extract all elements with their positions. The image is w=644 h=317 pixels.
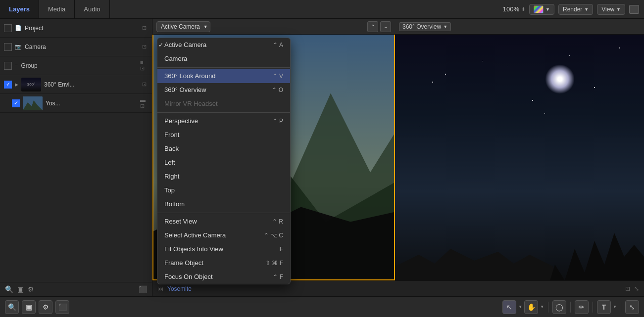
menu-item-camera-label: Camera — [164, 55, 187, 62]
layer-check-env360[interactable]: ✓ — [4, 81, 12, 89]
tab-layers-label: Layers — [9, 5, 30, 13]
sidebar-item-project[interactable]: 📄 Project ⊡ — [0, 19, 152, 38]
env360-thumbnail: 360° — [21, 78, 41, 91]
menu-item-mirror-vr-label: Mirror VR Headset — [164, 100, 218, 107]
color-swatch-icon — [534, 5, 544, 13]
text-tool-icon: T — [602, 303, 606, 311]
layers-icon: ▣ — [26, 303, 32, 311]
zoom-value: 100% — [503, 5, 519, 13]
menu-item-active-camera[interactable]: ✓ Active Camera ⌃ A — [157, 38, 290, 52]
layer-check-group[interactable] — [4, 62, 12, 70]
layer-check-camera[interactable] — [4, 43, 12, 51]
menu-item-reset-view[interactable]: Reset View ⌃ R — [157, 215, 290, 228]
tab-media-label: Media — [48, 5, 65, 13]
menu-item-top[interactable]: Top — [157, 183, 290, 197]
text-tool-button[interactable]: T — [597, 300, 611, 314]
layer-check-project[interactable] — [4, 24, 12, 32]
menu-shortcut-360-overview: ⌃ O — [272, 87, 283, 93]
view-button[interactable]: View ▼ — [597, 4, 625, 15]
tab-layers[interactable]: Layers — [0, 0, 39, 18]
menu-item-perspective[interactable]: Perspective ⌃ P — [157, 114, 290, 128]
grid-icon[interactable]: ▣ — [17, 285, 24, 293]
timeline-back-icon[interactable]: ⏮ — [157, 285, 163, 292]
menu-item-select-active[interactable]: Select Active Camera ⌃ ⌥ C — [157, 228, 290, 242]
layer-badge-env360: ⊡ — [140, 81, 148, 89]
fullscreen-button[interactable]: ⤡ — [625, 300, 639, 314]
hand-tool-button[interactable]: ✋ — [524, 300, 538, 314]
menu-item-bottom[interactable]: Bottom — [157, 197, 290, 211]
render-button[interactable]: Render ▼ — [558, 4, 593, 15]
layer-check-yos[interactable]: ✓ — [12, 99, 20, 107]
tool-separator-1 — [548, 302, 548, 313]
pen-tool-button[interactable]: ✏ — [575, 300, 589, 314]
menu-item-look-around[interactable]: 360° Look Around ⌃ V — [157, 69, 290, 83]
search-icon: 🔍 — [8, 303, 16, 311]
menu-item-frame-object[interactable]: Frame Object ⇧ ⌘ F — [157, 256, 290, 270]
sidebar-item-camera[interactable]: 📷 Camera ⊡ — [0, 38, 152, 56]
sidebar-item-yos[interactable]: ✓ Yos... ▬ ⊡ — [0, 94, 152, 113]
layer-name-env360: 360° Envi... — [44, 81, 137, 88]
zoom-control[interactable]: 100% ⬍ — [503, 5, 525, 13]
menu-item-360-overview[interactable]: 360° Overview ⌃ O — [157, 83, 290, 97]
menu-separator-1 — [157, 67, 290, 68]
tab-audio[interactable]: Audio — [75, 0, 109, 18]
viewport-right-dropdown[interactable]: 360° Overview ▼ — [399, 22, 451, 31]
sidebar-item-group[interactable]: ≡ Group ≡ ⊡ — [0, 56, 152, 75]
document-icon: 📄 — [15, 25, 22, 31]
timeline-expand-icon[interactable]: ⤡ — [634, 285, 639, 292]
star — [445, 74, 446, 75]
viewport-next-btn[interactable]: ⌄ — [380, 21, 391, 32]
timeline-label: Yosemite — [167, 285, 192, 292]
star — [545, 113, 545, 114]
tool-separator-4 — [621, 302, 621, 313]
menu-item-active-camera-label: Active Camera — [164, 41, 206, 48]
layer-badge-yos: ▬ ⊡ — [140, 99, 148, 107]
tab-audio-label: Audio — [84, 5, 100, 13]
menu-shortcut-reset-view: ⌃ R — [272, 218, 283, 225]
display-tool-button[interactable]: ⬛ — [55, 300, 69, 314]
shape-tool-button[interactable]: ◯ — [552, 300, 566, 314]
menu-item-fit-objects[interactable]: Fit Objects Into View F — [157, 242, 290, 256]
star — [594, 87, 595, 88]
menu-item-camera[interactable]: Camera — [157, 52, 290, 66]
viewport-left-header: Active Camera ▼ ✓ Active Camera ⌃ A Came… — [152, 19, 395, 35]
menu-item-back-label: Back — [164, 145, 179, 152]
layer-name-project: Project — [25, 25, 137, 32]
checkmark-icon: ✓ — [158, 42, 163, 48]
menu-shortcut-fit-objects: F — [280, 246, 283, 253]
viewport-prev-btn[interactable]: ⌃ — [367, 21, 378, 32]
search-icon[interactable]: 🔍 — [5, 285, 13, 293]
hand-tool-icon: ✋ — [527, 303, 536, 311]
sidebar-item-env360[interactable]: ✓ ▶ 360° 360° Envi... ⊡ — [0, 75, 152, 94]
timeline-end-icon[interactable]: ⊡ — [625, 285, 630, 292]
layer-name-yos: Yos... — [46, 100, 137, 107]
menu-item-frame-object-label: Frame Object — [164, 259, 203, 267]
export-icon[interactable]: ⬛ — [139, 285, 147, 293]
gear-icon[interactable]: ⚙ — [28, 285, 34, 293]
settings-tool-button[interactable]: ⚙ — [39, 300, 52, 314]
menu-separator-2 — [157, 112, 290, 113]
menu-shortcut-perspective: ⌃ P — [273, 118, 283, 125]
menu-item-right[interactable]: Right — [157, 170, 290, 183]
stars-bg — [395, 35, 644, 296]
display-options-icon[interactable] — [629, 5, 639, 14]
menu-item-back[interactable]: Back — [157, 142, 290, 156]
camera-dropdown[interactable]: Active Camera ▼ ✓ Active Camera ⌃ A Came… — [156, 21, 210, 32]
layer-name-group: Group — [21, 62, 137, 69]
star — [507, 66, 507, 66]
layers-tool-button[interactable]: ▣ — [22, 300, 36, 314]
layer-name-camera: Camera — [25, 44, 137, 50]
moon-glow — [545, 64, 575, 94]
shape-tool-icon: ◯ — [555, 303, 563, 311]
tab-media[interactable]: Media — [39, 0, 75, 18]
menu-item-front[interactable]: Front — [157, 128, 290, 142]
menu-item-focus-object[interactable]: Focus On Object ⌃ F — [157, 270, 290, 284]
search-tool-button[interactable]: 🔍 — [5, 300, 19, 314]
arrow-tool-button[interactable]: ↖ — [502, 300, 516, 314]
menu-item-fit-objects-label: Fit Objects Into View — [164, 245, 223, 253]
color-button[interactable]: ▼ — [529, 4, 554, 15]
star — [420, 126, 420, 127]
zoom-arrows-icon: ⬍ — [521, 6, 525, 12]
menu-item-left[interactable]: Left — [157, 156, 290, 170]
right-tools: ↖ ▼ ✋ ▼ ◯ ✏ T ▼ ⤡ — [502, 300, 639, 314]
